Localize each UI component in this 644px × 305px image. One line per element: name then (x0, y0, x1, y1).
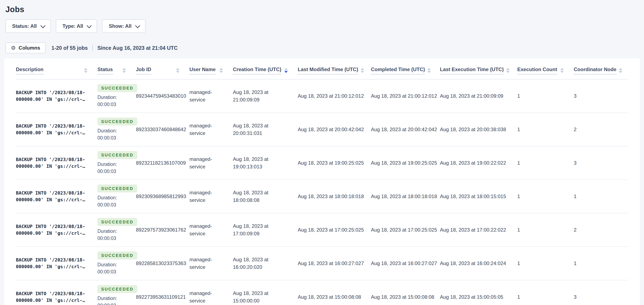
sort-icon[interactable] (361, 68, 364, 73)
job-id: 892309368985812993 (136, 193, 186, 199)
execution-count: 1 (517, 127, 520, 132)
sort-asc-arrow (428, 68, 431, 70)
column-header-creation-time-utc[interactable]: Creation Time (UTC) (233, 58, 298, 79)
duration-label: Duration: (98, 295, 126, 302)
coordinator-node: 3 (574, 160, 576, 166)
user-name: managed-service (190, 122, 223, 137)
user-name: managed-service (190, 289, 223, 304)
job-description: BACKUP INTO '/2023/08/18-000000.00' IN '… (16, 257, 87, 270)
creation-time: Aug 18, 2023 at 18:00:08:08 (233, 189, 282, 204)
job-id: 892344759453483010 (136, 93, 186, 99)
status-badge: SUCCEEDED (98, 84, 137, 92)
table-toolbar: ⚙ Columns 1-20 of 55 jobs Since Aug 16, … (6, 43, 644, 53)
sort-asc-arrow (220, 68, 223, 70)
duration-value: 00:00:03 (98, 134, 126, 141)
sort-asc-arrow (84, 68, 88, 70)
status-badge: SUCCEEDED (98, 151, 137, 159)
last-modified-time: Aug 18, 2023 at 19:00:25:025 (298, 160, 364, 166)
sort-icon[interactable] (506, 68, 510, 73)
last-execution-time: Aug 18, 2023 at 15:00:05:05 (440, 294, 503, 300)
job-id: 892285813023375363 (136, 260, 186, 266)
column-header-coordinator-node[interactable]: Coordinator Node (574, 58, 628, 79)
job-id: 892273953631109121 (136, 294, 186, 300)
last-modified-time: Aug 18, 2023 at 21:00:12:012 (298, 93, 364, 99)
duration-value: 00:00:03 (98, 235, 126, 242)
sort-asc-arrow (284, 68, 288, 70)
sort-asc-arrow (176, 68, 180, 70)
sort-icon[interactable] (220, 68, 223, 73)
duration-value: 00:00:03 (98, 302, 126, 305)
sort-icon[interactable] (176, 68, 180, 73)
chevron-down-icon (87, 23, 92, 28)
execution-count: 1 (517, 227, 520, 233)
column-header-label: Execution Count (517, 67, 557, 75)
coordinator-node: 1 (574, 260, 576, 266)
user-name: managed-service (190, 155, 223, 170)
sort-desc-arrow (84, 71, 88, 73)
jobs-table: Description Status Job ID User Name (16, 58, 628, 305)
creation-time: Aug 18, 2023 at 17:00:09:09 (233, 222, 282, 237)
sort-icon[interactable] (284, 68, 288, 73)
last-execution-time: Aug 18, 2023 at 18:00:15:015 (440, 193, 506, 199)
jobs-count-text: 1-20 of 55 jobs (52, 45, 88, 51)
toolbar-divider (92, 45, 93, 51)
status-badge: SUCCEEDED (98, 184, 137, 192)
column-header-user-name[interactable]: User Name (190, 58, 233, 79)
sort-icon[interactable] (619, 68, 622, 73)
last-execution-time: Aug 18, 2023 at 21:00:09:09 (440, 93, 503, 99)
duration-label: Duration: (98, 261, 126, 268)
chevron-down-icon (135, 23, 140, 28)
job-id: 892321182136107009 (136, 160, 186, 166)
column-header-last-modified-time-utc[interactable]: Last Modified Time (UTC) (298, 58, 371, 79)
table-header-row: Description Status Job ID User Name (16, 58, 628, 79)
job-description: BACKUP INTO '/2023/08/18-000000.00' IN '… (16, 223, 87, 237)
sort-icon[interactable] (84, 68, 88, 73)
column-header-last-execution-time-utc[interactable]: Last Execution Time (UTC) (440, 58, 517, 79)
sort-desc-arrow (619, 71, 622, 73)
sort-icon[interactable] (428, 68, 431, 73)
coordinator-node: 2 (574, 227, 576, 233)
table-row: BACKUP INTO '/2023/08/18-000000.00' IN '… (16, 79, 628, 113)
last-modified-time: Aug 18, 2023 at 15:00:08:08 (298, 294, 361, 300)
last-modified-time: Aug 18, 2023 at 20:00:42:042 (298, 127, 364, 132)
sort-asc-arrow (560, 68, 564, 70)
column-header-completed-time-utc[interactable]: Completed Time (UTC) (371, 58, 440, 79)
completed-time: Aug 18, 2023 at 18:00:18:018 (371, 193, 437, 199)
page-title: Jobs (0, 0, 644, 14)
sort-desc-arrow (428, 71, 431, 73)
coordinator-node: 1 (574, 193, 576, 199)
column-header-description[interactable]: Description (16, 58, 98, 79)
jobs-table-card: Description Status Job ID User Name (4, 58, 640, 305)
execution-count: 1 (517, 294, 520, 300)
filter-show-dropdown[interactable]: Show: All (102, 20, 145, 33)
sort-asc-arrow (361, 68, 364, 70)
column-header-execution-count[interactable]: Execution Count (517, 58, 574, 79)
creation-time: Aug 18, 2023 at 16:00:20:020 (233, 256, 282, 271)
sort-asc-arrow (619, 68, 622, 70)
column-header-label: Status (98, 67, 113, 75)
column-header-label: Job ID (136, 67, 151, 75)
status-badge: SUCCEEDED (98, 285, 137, 293)
job-description: BACKUP INTO '/2023/08/18-000000.00' IN '… (16, 123, 87, 136)
coordinator-node: 3 (574, 93, 576, 99)
execution-count: 1 (517, 193, 520, 199)
creation-time: Aug 18, 2023 at 21:00:09:09 (233, 89, 282, 104)
duration-value: 00:00:03 (98, 268, 126, 275)
last-execution-time: Aug 18, 2023 at 17:00:22:022 (440, 227, 506, 233)
execution-count: 1 (517, 93, 520, 99)
duration-label: Duration: (98, 161, 126, 168)
column-header-status[interactable]: Status (98, 58, 136, 79)
sort-asc-arrow (122, 68, 126, 70)
sort-icon[interactable] (122, 68, 126, 73)
job-description: BACKUP INTO '/2023/08/18-000000.00' IN '… (16, 89, 87, 103)
status-badge: SUCCEEDED (98, 251, 137, 259)
coordinator-node: 3 (574, 294, 576, 300)
sort-desc-arrow (361, 71, 364, 73)
filter-type-dropdown[interactable]: Type: All (56, 20, 97, 33)
filter-status-dropdown[interactable]: Status: All (6, 20, 51, 33)
columns-button[interactable]: ⚙ Columns (6, 43, 46, 53)
table-row: BACKUP INTO '/2023/08/18-000000.00' IN '… (16, 180, 628, 213)
sort-icon[interactable] (560, 68, 564, 73)
user-name: managed-service (190, 89, 223, 104)
column-header-job-id[interactable]: Job ID (136, 58, 190, 79)
